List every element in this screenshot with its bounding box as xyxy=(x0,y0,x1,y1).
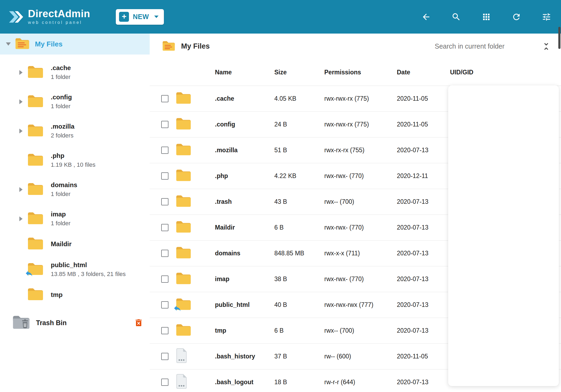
brand[interactable]: DirectAdmin web control panel xyxy=(7,9,90,25)
folder-name: .mozilla xyxy=(51,123,147,130)
row-checkbox[interactable] xyxy=(161,301,168,308)
file-date: 2020-12-11 xyxy=(397,172,450,180)
row-checkbox[interactable] xyxy=(161,95,168,102)
sidebar-item-mozilla[interactable]: .mozilla2 folders xyxy=(0,116,150,146)
column-header-permissions[interactable]: Permissions xyxy=(324,69,397,76)
row-checkbox[interactable] xyxy=(161,275,168,283)
collapse-panel-icon[interactable] xyxy=(541,41,551,52)
sidebar-item-domains[interactable]: domains1 folder xyxy=(0,175,150,204)
expand-arrow-icon[interactable] xyxy=(19,187,23,192)
header-actions xyxy=(421,12,556,22)
file-permissions: rwx-x-x (711) xyxy=(324,250,397,257)
sidebar-item-cache[interactable]: .cache1 folder xyxy=(0,58,150,87)
expand-arrow-icon[interactable] xyxy=(19,216,23,221)
row-checkbox[interactable] xyxy=(161,224,168,231)
file-date: 2020-07-13 xyxy=(397,301,450,308)
collapse-arrow-icon[interactable] xyxy=(6,42,11,46)
content-title-folder-icon xyxy=(162,40,176,53)
folder-icon xyxy=(175,323,215,338)
file-name[interactable]: .trash xyxy=(215,198,274,205)
file-size: 51 B xyxy=(274,147,324,154)
folder-icon xyxy=(27,153,44,168)
file-size: 40 B xyxy=(274,301,324,308)
expand-arrow-icon[interactable] xyxy=(19,129,23,133)
folder-icon xyxy=(27,182,44,197)
row-checkbox[interactable] xyxy=(161,250,168,257)
folder-name: Maildir xyxy=(51,240,71,248)
file-permissions: rwx-rx-rx (755) xyxy=(324,147,397,154)
file-size: 4.22 KB xyxy=(274,172,324,180)
file-name[interactable]: .mozilla xyxy=(215,147,274,154)
file-name[interactable]: tmp xyxy=(215,327,274,334)
file-permissions: rwx-rwx-rwx (777) xyxy=(324,301,397,308)
file-name[interactable]: .config xyxy=(215,121,274,128)
file-date: 2020-11-05 xyxy=(397,121,450,128)
folder-icon xyxy=(175,143,215,158)
chevron-down-icon xyxy=(154,16,159,18)
sidebar-tree: .cache1 folder.config1 folder.mozilla2 f… xyxy=(0,55,150,306)
row-checkbox[interactable] xyxy=(161,379,168,386)
row-checkbox[interactable] xyxy=(161,147,168,154)
sidebar-item-maildir[interactable]: Maildir xyxy=(0,233,150,255)
file-name[interactable]: Maildir xyxy=(215,224,274,231)
file-name[interactable]: .cache xyxy=(215,95,274,102)
sidebar-item-php[interactable]: .php1.19 KB , 10 files xyxy=(0,146,150,175)
file-permissions: rwx-rwx-rx (775) xyxy=(324,95,397,102)
row-checkbox[interactable] xyxy=(161,172,168,180)
folder-icon xyxy=(175,194,215,209)
folder-name: public_html xyxy=(51,261,147,269)
refresh-icon[interactable] xyxy=(512,12,521,22)
row-checkbox[interactable] xyxy=(161,353,168,360)
sidebar-item-my-files[interactable]: My Files xyxy=(0,34,150,55)
folder-name: domains xyxy=(51,181,147,189)
column-header-uidgid[interactable]: UID/GID xyxy=(450,69,561,76)
file-name[interactable]: .php xyxy=(215,172,274,180)
sidebar: My Files .cache1 folder.config1 folder.m… xyxy=(0,34,150,392)
symlink-folder-icon xyxy=(27,262,44,277)
trash-bin-label: Trash Bin xyxy=(36,319,67,327)
file-permissions: rwx-rwx- (770) xyxy=(324,275,397,283)
file-name[interactable]: .bash_history xyxy=(215,353,274,360)
new-button[interactable]: + NEW xyxy=(116,9,164,25)
search-icon[interactable] xyxy=(451,12,461,22)
apps-grid-icon[interactable] xyxy=(481,12,491,22)
sidebar-item-imap[interactable]: imap1 folder xyxy=(0,204,150,233)
file-size: 6 B xyxy=(274,327,324,334)
sidebar-item-config[interactable]: .config1 folder xyxy=(0,87,150,116)
empty-trash-icon[interactable] xyxy=(134,318,143,327)
app-header: DirectAdmin web control panel + NEW xyxy=(0,0,561,34)
folder-meta: 1 folder xyxy=(51,103,147,110)
file-date: 2020-11-05 xyxy=(397,353,450,360)
sidebar-item-public_html[interactable]: public_html13.85 MB , 3 folders, 21 file… xyxy=(0,255,150,284)
expand-arrow-icon[interactable] xyxy=(19,99,23,104)
row-checkbox[interactable] xyxy=(161,198,168,205)
column-header-date[interactable]: Date xyxy=(397,69,450,76)
file-name[interactable]: imap xyxy=(215,275,274,283)
folder-icon xyxy=(27,94,44,109)
folder-icon xyxy=(27,287,44,302)
folder-icon xyxy=(27,65,44,80)
trash-bin-icon xyxy=(12,315,31,331)
scrollbar-thumb[interactable] xyxy=(558,27,560,49)
brand-title: DirectAdmin xyxy=(28,9,90,19)
row-checkbox[interactable] xyxy=(161,121,168,128)
folder-meta: 1 folder xyxy=(51,74,147,81)
folder-icon xyxy=(27,237,44,252)
folder-name: .php xyxy=(51,152,147,159)
file-date: 2020-07-13 xyxy=(397,224,450,231)
column-header-name[interactable]: Name xyxy=(215,69,274,76)
row-checkbox[interactable] xyxy=(161,327,168,334)
brand-subtitle: web control panel xyxy=(28,20,90,25)
back-icon[interactable] xyxy=(421,12,431,22)
folder-icon xyxy=(175,91,215,106)
filter-icon[interactable] xyxy=(542,12,551,22)
expand-arrow-icon[interactable] xyxy=(19,70,23,75)
sidebar-item-trash-bin[interactable]: Trash Bin xyxy=(0,313,150,333)
column-header-size[interactable]: Size xyxy=(274,69,324,76)
sidebar-item-tmp[interactable]: tmp xyxy=(0,284,150,306)
folder-icon xyxy=(175,220,215,235)
file-name[interactable]: .bash_logout xyxy=(215,379,274,386)
file-name[interactable]: public_html xyxy=(215,301,274,308)
search-input[interactable] xyxy=(435,42,529,50)
file-name[interactable]: domains xyxy=(215,250,274,257)
